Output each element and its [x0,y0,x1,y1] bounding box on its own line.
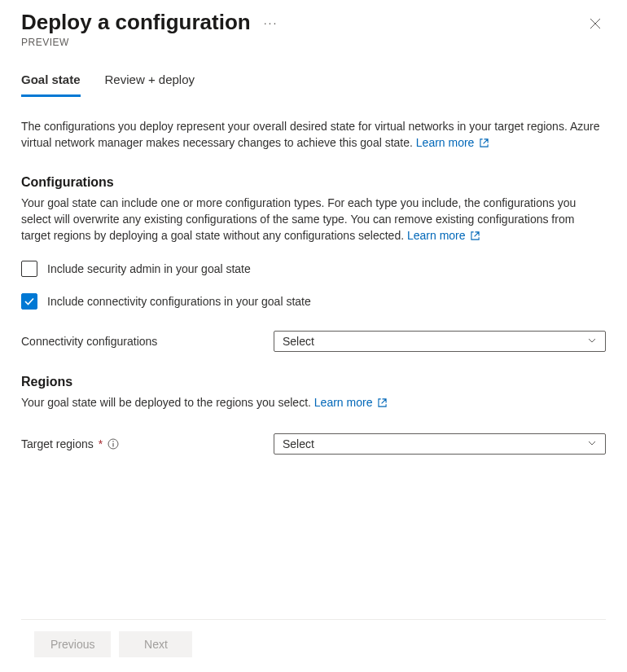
regions-learn-more-link[interactable]: Learn more [314,396,387,409]
external-link-icon [480,135,489,152]
configurations-learn-more-text: Learn more [407,229,466,242]
page-subtitle: PREVIEW [21,37,281,48]
svg-point-1 [112,441,114,442]
close-button[interactable] [585,15,606,35]
intro-learn-more-text: Learn more [416,136,475,149]
intro-learn-more-link[interactable]: Learn more [416,136,489,149]
chevron-down-icon [587,335,597,348]
tab-goal-state[interactable]: Goal state [21,72,81,97]
target-regions-label: Target regions [21,437,94,450]
include-connectivity-checkbox[interactable] [21,293,37,310]
tab-review-deploy[interactable]: Review + deploy [105,72,195,97]
required-indicator: * [99,437,103,450]
intro-text: The configurations you deploy represent … [21,120,599,149]
previous-button[interactable]: Previous [34,631,111,657]
info-icon[interactable] [107,438,119,450]
close-icon [590,18,601,29]
regions-learn-more-text: Learn more [314,396,373,409]
include-security-admin-checkbox[interactable] [21,261,37,277]
more-options-button[interactable]: ··· [261,17,282,29]
connectivity-configurations-select[interactable]: Select [274,331,606,352]
next-button[interactable]: Next [119,631,192,657]
tab-bar: Goal state Review + deploy [21,72,606,97]
regions-desc-text: Your goal state will be deployed to the … [21,396,311,409]
external-link-icon [378,395,387,411]
connectivity-configurations-value: Select [283,335,314,348]
include-connectivity-label: Include connectivity configurations in y… [47,295,311,308]
target-regions-select[interactable]: Select [274,433,606,455]
page-title: Deploy a configuration [21,10,251,35]
footer-bar: Previous Next [21,619,606,672]
configurations-heading: Configurations [21,175,606,190]
external-link-icon [471,228,480,244]
configurations-desc-text: Your goal state can include one or more … [21,196,576,243]
configurations-description: Your goal state can include one or more … [21,195,606,245]
regions-description: Your goal state will be deployed to the … [21,394,606,411]
connectivity-configurations-label: Connectivity configurations [21,335,157,348]
chevron-down-icon [587,437,597,450]
intro-paragraph: The configurations you deploy represent … [21,118,606,152]
target-regions-value: Select [283,437,314,450]
configurations-learn-more-link[interactable]: Learn more [407,229,480,242]
include-security-admin-label: Include security admin in your goal stat… [47,262,251,275]
svg-rect-2 [113,443,114,447]
regions-heading: Regions [21,375,606,389]
check-icon [24,296,35,307]
